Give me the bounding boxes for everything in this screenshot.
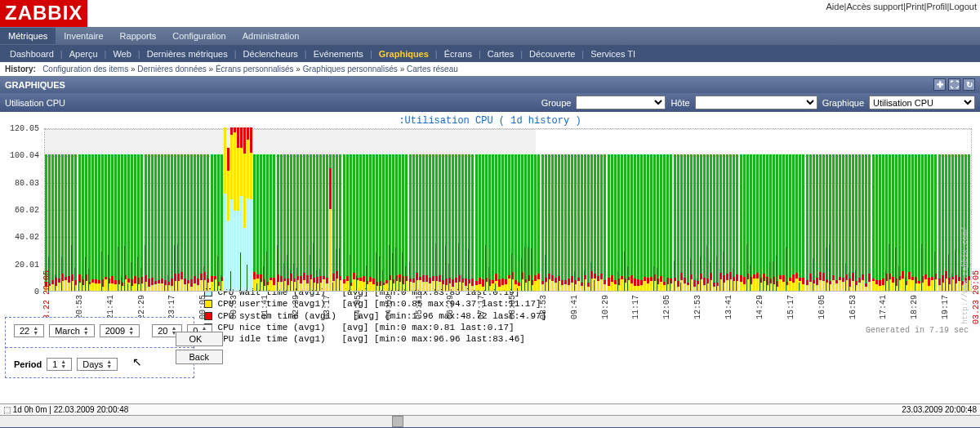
ok-button[interactable]: OK (176, 332, 223, 346)
submenu-Cartes[interactable]: Cartes (481, 49, 520, 59)
submenu-Services TI[interactable]: Services TI (584, 49, 642, 59)
chart-title: :Utilisation CPU ( 1d history ) (8, 115, 972, 127)
submenu-Graphiques[interactable]: Graphiques (372, 49, 435, 59)
host-label: Hôte (670, 98, 689, 108)
group-label: Groupe (541, 98, 572, 108)
main-menu: MétriquesInventaireRapportsConfiguration… (0, 27, 980, 45)
submenu-Dashboard[interactable]: Dashboard (3, 49, 60, 59)
slider-handle[interactable] (392, 416, 403, 427)
submenu-Web[interactable]: Web (106, 49, 137, 59)
menu-Administration[interactable]: Administration (234, 28, 308, 44)
submenu-Écrans[interactable]: Écrans (438, 49, 479, 59)
submenu-Déclencheurs[interactable]: Déclencheurs (237, 49, 305, 59)
history-label: History: (5, 65, 36, 74)
fullscreen-icon[interactable]: ⛶ (948, 78, 960, 91)
filter-bar: Utilisation CPU Groupe Hôte Graphique Ut… (0, 93, 980, 112)
section-title: GRAPHIQUES (5, 80, 65, 90)
history-link[interactable]: Configuration des items (42, 65, 128, 74)
sub-menu: Dashboard|Aperçu|Web|Dernières métriques… (0, 45, 980, 62)
back-button[interactable]: Back (176, 350, 223, 364)
history-link[interactable]: Graphiques personnalisés (303, 65, 398, 74)
host-select[interactable] (695, 96, 817, 109)
history-bar: History: Configuration des items » Derni… (0, 62, 980, 76)
add-icon[interactable]: ✚ (933, 78, 946, 91)
date-controls-panel: 22▲▼ March▲▼ 2009▲▼ 20▲▼ 0▲▼ Period 1▲▼ … (5, 317, 194, 378)
userlink-logout[interactable]: Logout (949, 2, 977, 11)
graph-select[interactable]: Utilisation CPU (869, 96, 975, 109)
section-header: GRAPHIQUES ✚ ⛶ ↻ (0, 76, 980, 93)
menu-Configuration[interactable]: Configuration (164, 28, 234, 44)
generated-note: Generated in 7.19 sec (866, 326, 969, 335)
graph-label: Graphique (822, 98, 864, 108)
menu-Inventaire[interactable]: Inventaire (56, 28, 111, 44)
submenu-Dernières métriques[interactable]: Dernières métriques (140, 49, 234, 59)
userlink-print[interactable]: Print (906, 2, 924, 11)
watermark: http://www.zabbix.com/ (961, 227, 969, 324)
submenu-Découverte[interactable]: Découverte (523, 49, 581, 59)
time-slider[interactable] (0, 416, 980, 427)
history-link[interactable]: Cartes réseau (407, 65, 458, 74)
year-spinner[interactable]: 2009▲▼ (100, 324, 140, 337)
submenu-Evénements[interactable]: Evénements (307, 49, 370, 59)
group-select[interactable] (576, 96, 666, 109)
graph-area: :Utilisation CPU ( 1d history ) 020.0140… (0, 112, 980, 346)
userlink-aide[interactable]: Aide (826, 2, 844, 11)
legend-row: CPU idle time (avg1) [avg] [min:0 max:96… (204, 333, 972, 345)
month-spinner[interactable]: March▲▼ (49, 324, 95, 337)
period-unit-spinner[interactable]: Days▲▼ (77, 358, 118, 371)
timeline-bar: ⬚ 1d 0h 0m | 22.03.2009 20:00:48 23.03.2… (0, 403, 980, 416)
history-link[interactable]: Écrans personnalisés (216, 65, 294, 74)
timeline-left: 1d 0h 0m | 22.03.2009 20:00:48 (13, 405, 129, 414)
userlink-profil[interactable]: Profil (926, 2, 947, 11)
refresh-icon[interactable]: ↻ (963, 78, 975, 91)
history-link[interactable]: Dernières données (137, 65, 207, 74)
menu-Métriques[interactable]: Métriques (0, 28, 56, 44)
logo: ZABBIX (0, 0, 87, 27)
y-axis-labels: 020.0140.0260.0280.03100.04120.05 (8, 128, 41, 292)
graph-name-label: Utilisation CPU (5, 98, 65, 108)
submenu-Aperçu[interactable]: Aperçu (63, 49, 105, 59)
period-value-spinner[interactable]: 1▲▼ (47, 358, 72, 371)
chart-plot[interactable] (44, 128, 972, 292)
period-label: Period (14, 359, 42, 369)
day-spinner[interactable]: 22▲▼ (14, 324, 44, 337)
timeline-right: 23.03.2009 20:00:48 (902, 405, 977, 414)
user-links: Aide|Accès support|Print|Profil|Logout (826, 0, 980, 11)
menu-Rapports[interactable]: Rapports (112, 28, 165, 44)
userlink-accès support[interactable]: Accès support (846, 2, 903, 11)
